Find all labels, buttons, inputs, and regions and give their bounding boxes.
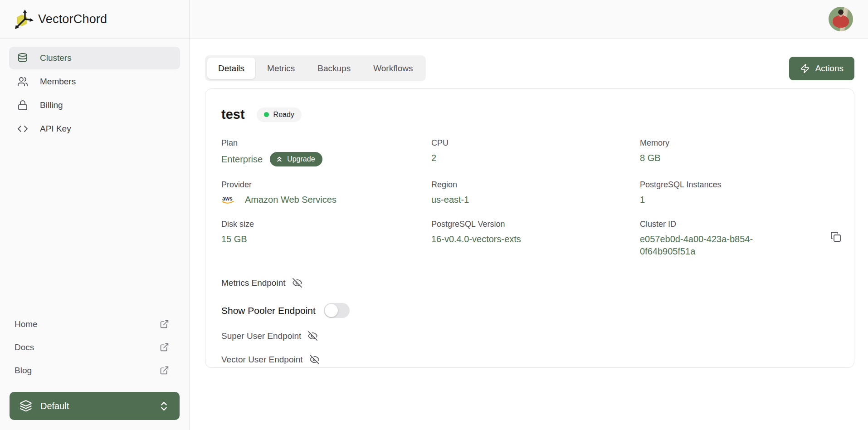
field-plan: Plan Enterprise Upgrade [221,138,431,166]
toggle-knob [325,304,338,317]
tab-metrics[interactable]: Metrics [256,58,306,79]
field-cluster-id: Cluster ID e057eb0d-4a00-423a-b854-0f64b… [640,220,838,258]
topbar [190,0,868,39]
field-label: PostgreSQL Version [431,220,640,229]
chevrons-up-icon [275,155,283,163]
sidebar-item-api-key[interactable]: API Key [9,117,180,140]
pooler-endpoint-row: Show Pooler Endpoint [221,303,838,318]
chevrons-up-down-icon [158,401,170,412]
vector-user-endpoint-label: Vector User Endpoint [221,355,303,365]
brand-header: VectorChord [0,0,189,39]
field-provider: Provider aws Amazon Web Services [221,180,431,206]
main-area: Details Metrics Backups Workflows Action… [190,0,868,430]
field-value: 16-v0.4.0-vectors-exts [431,233,640,245]
sidebar-item-label: API Key [40,124,71,134]
field-value: us-east-1 [431,194,640,206]
sidebar-external-links: Home Docs Blog [0,313,189,388]
workspace-selector[interactable]: Default [10,392,180,420]
sidebar-item-clusters[interactable]: Clusters [9,47,180,69]
link-label: Blog [15,366,32,376]
link-label: Docs [15,342,34,352]
code-icon [17,123,28,134]
cluster-name: test [221,107,245,122]
field-value: Enterprise [221,153,263,166]
tab-bar: Details Metrics Backups Workflows [205,55,426,81]
aws-logo-icon: aws [221,195,237,205]
sidebar-item-billing[interactable]: Billing [9,94,180,117]
field-value: 1 [640,194,838,206]
workspace-name: Default [40,401,150,411]
cluster-details-card: test Ready Plan Enterprise [205,88,854,368]
metrics-endpoint-row: Metrics Endpoint [221,278,838,288]
pooler-endpoint-toggle[interactable] [324,303,350,318]
tab-backups[interactable]: Backups [307,58,361,79]
field-label: Memory [640,138,838,148]
super-user-endpoint-label: Super User Endpoint [221,331,301,341]
field-value: Amazon Web Services [245,194,336,206]
field-label: CPU [431,138,640,148]
field-postgresql-instances: PostgreSQL Instances 1 [640,180,838,206]
field-label: Region [431,180,640,190]
sidebar-item-label: Clusters [40,53,72,63]
status-text: Ready [273,111,294,119]
metrics-endpoint-label: Metrics Endpoint [221,278,286,288]
field-value: 15 GB [221,233,431,245]
super-user-endpoint-row: Super User Endpoint [221,331,838,341]
tab-details[interactable]: Details [207,58,255,79]
sidebar-item-label: Members [40,77,76,87]
toolbar-row: Details Metrics Backups Workflows Action… [205,55,854,81]
field-label: Plan [221,138,431,148]
cluster-fields-grid: Plan Enterprise Upgrade CPU 2 [221,138,838,258]
field-region: Region us-east-1 [431,180,640,206]
brand-name: VectorChord [38,12,107,26]
external-link-icon [160,342,169,352]
lock-icon [17,100,28,111]
svg-text:aws: aws [222,195,233,202]
field-value: 8 GB [640,152,838,164]
field-value: e057eb0d-4a00-423a-b854-0f64b905f51a [640,233,778,258]
zap-icon [800,64,810,73]
field-value: 2 [431,152,640,164]
field-postgresql-version: PostgreSQL Version 16-v0.4.0-vectors-ext… [431,220,640,258]
users-icon [17,76,28,87]
sidebar: VectorChord Clusters Members Billing API… [0,0,190,430]
field-label: Cluster ID [640,220,838,229]
field-label: Disk size [221,220,431,229]
sidebar-nav: Clusters Members Billing API Key [0,39,189,140]
sidebar-link-docs[interactable]: Docs [0,336,189,359]
field-label: Provider [221,180,431,190]
pooler-toggle-label: Show Pooler Endpoint [221,305,316,316]
actions-button[interactable]: Actions [789,57,854,80]
status-badge: Ready [257,108,302,122]
cluster-header: test Ready [221,107,838,122]
layers-icon [20,400,32,412]
content: Details Metrics Backups Workflows Action… [190,39,868,430]
upgrade-label: Upgrade [287,155,315,163]
tab-workflows[interactable]: Workflows [362,58,424,79]
field-disk-size: Disk size 15 GB [221,220,431,258]
eye-off-icon[interactable] [307,331,318,341]
eye-off-icon[interactable] [292,278,302,288]
link-label: Home [15,319,38,329]
field-cpu: CPU 2 [431,138,640,166]
upgrade-button[interactable]: Upgrade [270,152,322,166]
field-label: PostgreSQL Instances [640,180,838,190]
actions-label: Actions [815,64,844,73]
eye-off-icon[interactable] [309,354,320,365]
user-avatar[interactable] [829,7,853,31]
sidebar-link-blog[interactable]: Blog [0,359,189,382]
external-link-icon [160,366,169,375]
copy-cluster-id-button[interactable] [829,230,843,244]
copy-icon [830,231,841,242]
vectorchord-logo-icon [13,8,34,30]
vector-user-endpoint-row: Vector User Endpoint [221,354,838,365]
status-dot-icon [264,112,269,117]
external-link-icon [160,319,169,329]
sidebar-item-members[interactable]: Members [9,70,180,93]
field-memory: Memory 8 GB [640,138,838,166]
sidebar-spacer [0,140,189,313]
sidebar-link-home[interactable]: Home [0,313,189,336]
database-icon [17,53,28,64]
sidebar-item-label: Billing [40,100,63,110]
